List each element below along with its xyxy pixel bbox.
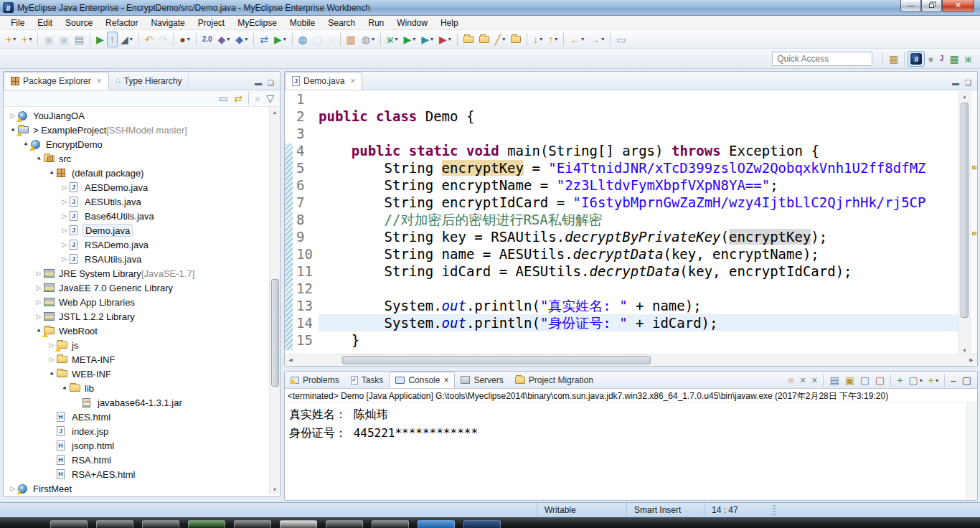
run-history-button[interactable]: ▶▾ xyxy=(418,32,436,47)
scroll-up-icon[interactable]: ▲ xyxy=(959,91,970,101)
minimize-button[interactable]: — xyxy=(900,0,921,12)
tree-item-meta-inf[interactable]: ▷META-INF xyxy=(4,352,280,367)
tree-item-webroot[interactable]: ▾WebRoot xyxy=(4,324,280,338)
taskbar-button[interactable] xyxy=(326,520,363,528)
taskbar-button[interactable] xyxy=(188,520,225,528)
code-text[interactable]: String idCard = AESUtils.decryptData(key… xyxy=(319,263,977,280)
tree-item-base64utils-java[interactable]: ▷Base64Utils.java xyxy=(4,209,280,223)
menu-myeclipse[interactable]: MyEclipse xyxy=(231,16,283,29)
expander-icon[interactable]: ▾ xyxy=(60,385,70,392)
clear-console-button[interactable]: ▤ xyxy=(826,372,842,388)
link-with-editor-button[interactable]: ⇄ xyxy=(231,90,245,106)
expander-icon[interactable]: ▷ xyxy=(34,313,44,320)
editor-vertical-scrollbar[interactable]: ▲ ▼ xyxy=(958,91,970,355)
maximize-editor-button[interactable]: ❏ xyxy=(965,80,971,87)
view-tab-servers[interactable]: Servers xyxy=(455,372,509,388)
editor-vscroll-thumb[interactable] xyxy=(961,103,969,318)
code-text[interactable]: public static void main(String[] args) t… xyxy=(319,142,977,159)
code-text[interactable]: String name = AESUtils.decryptData(key, … xyxy=(319,245,977,263)
code-editor[interactable]: 12public class Demo {34 public static vo… xyxy=(285,90,977,354)
tree-item-youjiangoa[interactable]: ▷YouJiangOA xyxy=(4,108,280,123)
close-tab-icon[interactable]: × xyxy=(443,375,448,385)
debug-button[interactable]: ж▾ xyxy=(384,32,400,47)
expander-icon[interactable]: ▾ xyxy=(47,370,57,377)
taskbar-button[interactable] xyxy=(142,520,179,528)
tree-item-firstmeet[interactable]: ▷FirstMeet xyxy=(4,481,280,494)
minimize-view-button[interactable]: ▬ xyxy=(255,80,262,87)
new-interface-wizard-button[interactable]: ◆▾ xyxy=(232,32,250,47)
menu-run[interactable]: Run xyxy=(362,16,390,29)
editor-tab-demo-java[interactable]: Demo.java × xyxy=(285,72,362,90)
web-browser-button[interactable]: ◍ xyxy=(296,32,310,47)
view-tab-tasks[interactable]: ✓Tasks xyxy=(345,372,390,388)
import-button[interactable]: ↓▾ xyxy=(530,32,545,47)
menu-mobile[interactable]: Mobile xyxy=(283,16,321,29)
code-text[interactable]: System.out.println("真实姓名: " + name); xyxy=(319,297,977,314)
build-hammer-button[interactable]: ◢▾ xyxy=(118,32,136,47)
open-perspective-button[interactable]: ▦ xyxy=(886,51,901,67)
code-text[interactable] xyxy=(319,125,977,142)
taskbar-button[interactable] xyxy=(372,520,409,528)
quick-access-input[interactable] xyxy=(772,52,872,66)
expander-icon[interactable]: ▷ xyxy=(60,212,70,220)
tree-item-index-jsp[interactable]: index.jsp xyxy=(4,424,280,438)
code-text[interactable] xyxy=(319,90,977,108)
scroll-right-icon[interactable]: ▶ xyxy=(966,357,977,363)
view-tab-console[interactable]: Console× xyxy=(389,372,455,388)
tree-item-encryptdemo[interactable]: ▾EncryptDemo xyxy=(4,137,280,151)
tree-item-web-app-libraries[interactable]: ▷Web App Libraries xyxy=(4,295,280,309)
web-20-browser-button[interactable]: 2.0 xyxy=(199,32,215,47)
minimize-editor-button[interactable]: ▬ xyxy=(952,80,959,87)
mark-occurrences-button[interactable]: ╱▾ xyxy=(492,32,508,47)
tree-item-js[interactable]: ▷js xyxy=(4,338,280,352)
search-folder-button[interactable] xyxy=(508,32,524,47)
display-console-button[interactable]: ▢▾ xyxy=(906,372,925,388)
overview-ruler[interactable] xyxy=(970,91,977,355)
menu-project[interactable]: Project xyxy=(192,16,231,29)
code-text[interactable]: String encryptIdCard = "I6stybMprnGwZaZm… xyxy=(319,194,977,211)
menu-source[interactable]: Source xyxy=(59,16,99,29)
tree-item-aes-html[interactable]: AES.html xyxy=(4,410,280,424)
expander-icon[interactable]: ▷ xyxy=(60,184,70,191)
menu-file[interactable]: File xyxy=(4,16,31,29)
menu-edit[interactable]: Edit xyxy=(31,16,59,29)
show-stdout-button[interactable]: ▢ xyxy=(857,372,872,388)
expander-icon[interactable]: ▷ xyxy=(60,198,70,205)
forward-button[interactable]: →▾ xyxy=(587,32,607,47)
print-button[interactable]: ▤ xyxy=(72,32,87,47)
tree-item-rsademo-java[interactable]: ▷RSADemo.java xyxy=(4,237,280,252)
tree-scrollbar-thumb[interactable] xyxy=(271,279,279,387)
expander-icon[interactable]: ▷ xyxy=(60,241,70,248)
tree-item-javabase64-1-3-1-jar[interactable]: javabase64-1.3.1.jar xyxy=(4,395,280,410)
close-tab-icon[interactable]: × xyxy=(350,76,355,86)
browser-profile-button[interactable]: ◍▾ xyxy=(359,32,377,47)
back-button[interactable]: ←▾ xyxy=(567,32,587,47)
restore-button[interactable] xyxy=(921,0,942,12)
new-web-project-button[interactable]: +▾ xyxy=(19,32,34,47)
collapse-all-button[interactable]: ▭ xyxy=(216,90,231,106)
new-java-ee-button[interactable]: ●▾ xyxy=(176,32,192,47)
taskbar-button[interactable] xyxy=(418,520,455,528)
taskbar-button[interactable] xyxy=(234,520,271,528)
code-text[interactable]: String key = RSAUtils.decryptByPrivateKe… xyxy=(319,228,977,245)
tree-item-javaee-7-0-generic-library[interactable]: ▷JavaEE 7.0 Generic Library xyxy=(4,280,280,295)
scroll-down-icon[interactable]: ▼ xyxy=(270,484,280,494)
report-design-button[interactable]: ▥ xyxy=(344,32,359,47)
code-text[interactable]: String encryptName = "2z3LltdvFymXbpfVXp… xyxy=(319,176,977,194)
tree-item--exampleproject[interactable]: ▾> ExampleProject [SSHModel master] xyxy=(4,123,280,137)
open-type-button[interactable] xyxy=(476,32,492,47)
sync-deploy-button[interactable]: ⇄ xyxy=(257,32,271,47)
deploy-project-button[interactable]: ↑ xyxy=(107,32,118,47)
tree-item-jstl-1-2-2-library[interactable]: ▷JSTL 1.2.2 Library xyxy=(4,309,280,324)
code-text[interactable]: String encryptKey = "Ei4TtnidJNR/xTcD399… xyxy=(319,159,977,176)
taskbar-button[interactable] xyxy=(96,520,133,528)
expander-icon[interactable]: ▷ xyxy=(34,298,44,306)
taskbar-button[interactable] xyxy=(50,520,88,528)
view-tab-project-migration[interactable]: Project Migration xyxy=(509,372,599,388)
expander-icon[interactable]: ▾ xyxy=(47,169,57,176)
tree-item-demo-java[interactable]: ▷Demo.java xyxy=(4,223,280,237)
console-output[interactable]: 真实姓名： 陈灿玮身份证号： 445221************ xyxy=(285,402,977,443)
pin-console-button[interactable]: + xyxy=(894,372,905,388)
remove-launch-button[interactable]: × xyxy=(797,372,809,388)
run-server-button[interactable]: ▶▾ xyxy=(271,32,289,47)
